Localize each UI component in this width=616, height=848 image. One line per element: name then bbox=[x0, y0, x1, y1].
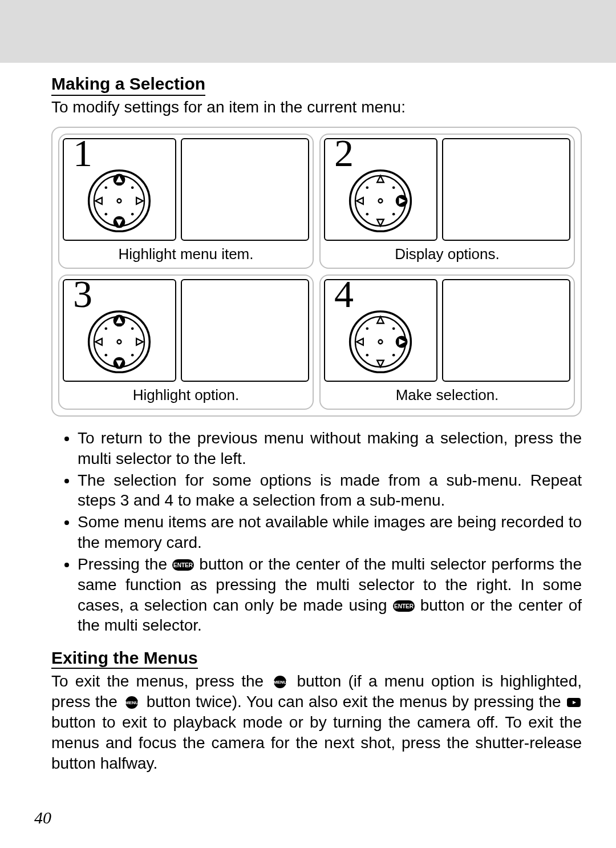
svg-point-16 bbox=[131, 186, 134, 189]
svg-marker-13 bbox=[96, 197, 103, 204]
step-3: 3 bbox=[58, 274, 314, 410]
exit-part-c: button twice). You can also exit the men… bbox=[147, 693, 566, 710]
playback-button-icon bbox=[566, 696, 582, 709]
multi-selector-icon bbox=[347, 309, 414, 375]
svg-point-27 bbox=[366, 186, 369, 189]
svg-marker-23 bbox=[378, 219, 384, 226]
step-2-number: 2 bbox=[334, 134, 354, 172]
enter-button-icon: ENTER bbox=[172, 558, 194, 572]
step-3-number: 3 bbox=[73, 274, 92, 313]
step-4: 4 bbox=[319, 274, 575, 410]
svg-marker-14 bbox=[137, 197, 144, 204]
step-4-selector-panel: 4 bbox=[324, 279, 437, 382]
svg-point-52 bbox=[366, 327, 369, 330]
step-1-selector-panel: 1 bbox=[63, 138, 176, 241]
svg-text:ENTER: ENTER bbox=[394, 603, 414, 609]
svg-text:MENU: MENU bbox=[274, 680, 287, 685]
step-3-selector-panel: 3 bbox=[63, 279, 176, 382]
step-2: 2 bbox=[319, 134, 575, 269]
page-number: 40 bbox=[34, 808, 51, 827]
heading-exiting-the-menus: Exiting the Menus bbox=[51, 648, 198, 669]
step-1-screen-panel bbox=[181, 138, 309, 241]
svg-point-33 bbox=[117, 340, 121, 344]
steps-container: 1 bbox=[51, 127, 582, 417]
enter-button-icon: ENTER bbox=[393, 599, 415, 613]
step-3-screen-panel bbox=[181, 279, 309, 382]
svg-point-17 bbox=[105, 213, 108, 216]
svg-marker-49 bbox=[357, 338, 364, 345]
svg-point-46 bbox=[379, 340, 383, 344]
step-3-caption: Highlight option. bbox=[63, 386, 309, 404]
step-4-caption: Make selection. bbox=[324, 386, 570, 404]
exit-part-a: To exit the menus, press the bbox=[51, 672, 270, 690]
svg-text:MENU: MENU bbox=[125, 700, 139, 705]
note-3: Some menu items are not available while … bbox=[78, 512, 582, 553]
multi-selector-icon bbox=[347, 168, 414, 234]
notes-list: To return to the previous menu without m… bbox=[51, 428, 582, 636]
exit-paragraph: To exit the menus, press the MENU button… bbox=[51, 671, 582, 773]
svg-marker-38 bbox=[96, 338, 103, 345]
step-4-number: 4 bbox=[334, 274, 354, 313]
svg-point-41 bbox=[131, 327, 134, 330]
multi-selector-icon bbox=[86, 168, 152, 234]
menu-button-icon: MENU bbox=[122, 696, 141, 709]
step-4-screen-panel bbox=[442, 279, 570, 382]
svg-point-29 bbox=[366, 213, 369, 216]
svg-marker-48 bbox=[378, 360, 384, 367]
svg-point-43 bbox=[131, 354, 134, 357]
step-1-caption: Highlight menu item. bbox=[63, 245, 309, 263]
step-2-screen-panel bbox=[442, 138, 570, 241]
svg-marker-22 bbox=[378, 176, 384, 183]
svg-point-54 bbox=[366, 354, 369, 357]
note-1: To return to the previous menu without m… bbox=[78, 428, 582, 469]
step-1: 1 bbox=[58, 134, 314, 269]
svg-text:ENTER: ENTER bbox=[173, 562, 193, 568]
svg-point-30 bbox=[392, 213, 395, 216]
svg-marker-47 bbox=[378, 317, 384, 324]
svg-point-18 bbox=[131, 213, 134, 216]
heading-making-a-selection: Making a Selection bbox=[51, 74, 205, 96]
step-2-caption: Display options. bbox=[324, 245, 570, 263]
step-2-selector-panel: 2 bbox=[324, 138, 437, 241]
multi-selector-icon bbox=[86, 309, 152, 375]
step-1-number: 1 bbox=[73, 134, 92, 172]
svg-point-28 bbox=[392, 186, 395, 189]
svg-point-15 bbox=[105, 186, 108, 189]
svg-marker-39 bbox=[137, 338, 144, 345]
svg-point-42 bbox=[105, 354, 108, 357]
svg-point-21 bbox=[379, 199, 383, 203]
svg-point-55 bbox=[392, 354, 395, 357]
note-2: The selection for some options is made f… bbox=[78, 470, 582, 511]
svg-marker-24 bbox=[357, 197, 364, 204]
svg-point-40 bbox=[105, 327, 108, 330]
page-body: Making a Selection To modify settings fo… bbox=[0, 63, 616, 848]
exit-part-d: button to exit to playback mode or by tu… bbox=[51, 713, 582, 772]
menu-button-icon: MENU bbox=[270, 675, 290, 689]
note-4: Pressing the ENTER button or the center … bbox=[78, 554, 582, 636]
note-4-part-a: Pressing the bbox=[78, 555, 172, 573]
svg-point-8 bbox=[117, 199, 121, 203]
intro-text: To modify settings for an item in the cu… bbox=[51, 98, 582, 116]
svg-point-53 bbox=[392, 327, 395, 330]
